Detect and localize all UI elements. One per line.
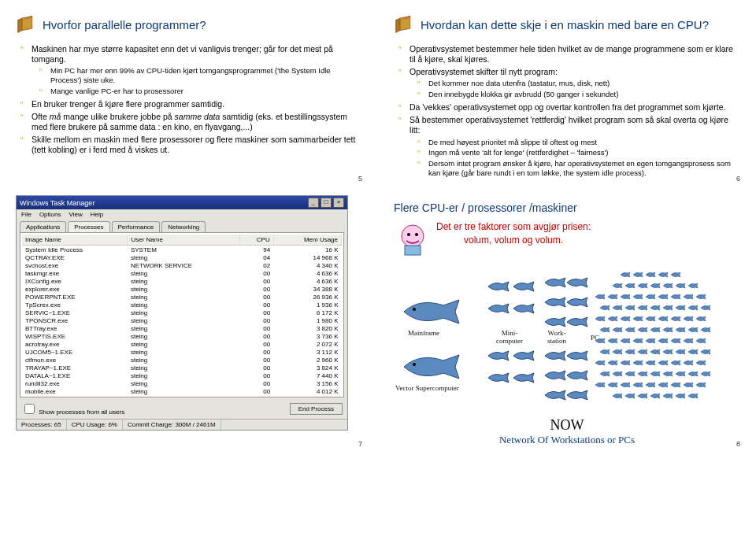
- table-row[interactable]: WISPTIS.EXEsteing003 736 K: [22, 332, 342, 340]
- fish-icon: [565, 389, 589, 403]
- fish-icon: [687, 282, 699, 290]
- table-row[interactable]: acrotray.exesteing002 072 K: [22, 340, 342, 348]
- end-process-button[interactable]: End Process: [290, 403, 343, 415]
- cube-icon: [394, 14, 414, 35]
- table-row[interactable]: taskmgr.exesteing004 636 K: [22, 269, 342, 277]
- page-number: 6: [736, 175, 740, 183]
- fish-icon: [695, 315, 706, 323]
- fish-icon: [607, 293, 618, 301]
- menu-item-help[interactable]: Help: [91, 211, 103, 218]
- fish-icon: [543, 349, 567, 364]
- table-row[interactable]: POWERPNT.EXEsteing0026 936 K: [22, 293, 342, 301]
- table-row[interactable]: svchost.exeNETWORK SERVICE024 340 K: [22, 261, 342, 269]
- column-header[interactable]: User Name: [128, 235, 239, 246]
- sub-bullet-item: Det kommer noe data utenfra (tastatur, m…: [417, 79, 740, 88]
- fish-icon: [612, 348, 623, 357]
- menu-item-file[interactable]: File: [21, 211, 32, 218]
- table-row[interactable]: mobile.exesteing004 012 K: [22, 387, 342, 395]
- fish-icon: [637, 304, 648, 312]
- table-row[interactable]: explorer.exesteing0034 388 K: [22, 285, 342, 293]
- show-all-checkbox[interactable]: Show processes from all users: [21, 401, 124, 416]
- maximize-button[interactable]: □: [321, 198, 332, 208]
- table-row[interactable]: QCTRAY.EXEsteing0414 968 K: [22, 253, 342, 261]
- fish-icon: [658, 381, 669, 390]
- process-table: Image NameUser NameCPUMem Usage System I…: [22, 235, 342, 395]
- fish-icon: [512, 280, 536, 294]
- menu-item-view[interactable]: View: [69, 211, 82, 218]
- fish-icon: [637, 392, 648, 401]
- fish-icon: [637, 370, 648, 379]
- fish-icon: [612, 304, 623, 312]
- table-row[interactable]: TPONSCR.exesteing001 980 K: [22, 316, 342, 324]
- task-manager-window: Windows Task Manager _ □ × FileOptionsVi…: [16, 195, 348, 431]
- fish-icon: [595, 293, 606, 301]
- fish-icon: [662, 282, 673, 290]
- fish-icon: [670, 359, 681, 368]
- fish-icon: [687, 370, 699, 379]
- fish-icon: [620, 381, 631, 390]
- menu-item-options[interactable]: Options: [39, 211, 61, 218]
- table-row[interactable]: ctfmon.exesteing002 960 K: [22, 356, 342, 364]
- table-row[interactable]: TRAYAP~1.EXEsteing003 824 K: [22, 364, 342, 372]
- fish-icon: [687, 304, 699, 312]
- tab-applications[interactable]: Applications: [20, 221, 66, 232]
- table-row[interactable]: rundll32.exesteing003 156 K: [22, 379, 342, 387]
- bullet-item: Operativsystemet skifter til nytt progra…: [398, 67, 740, 99]
- tab-networking[interactable]: Networking: [161, 221, 206, 232]
- fish-icon: [543, 296, 567, 310]
- fish-icon: [612, 282, 623, 290]
- sub-bullet-item: Den innebygde klokka gir avbrudd (50 gan…: [417, 90, 740, 99]
- fish-icon: [565, 349, 589, 364]
- label-mini: Mini- computer: [496, 329, 523, 345]
- table-row[interactable]: DATALA~1.EXEsteing007 440 K: [22, 372, 342, 379]
- column-header[interactable]: Mem Usage: [273, 235, 341, 246]
- label-mainframe: Mainframe: [408, 329, 439, 337]
- fish-icon: [607, 381, 618, 390]
- bullet-item: Så bestemmer operativsystemet 'rettferdi…: [398, 115, 740, 178]
- fish-icon: [632, 315, 643, 323]
- close-button[interactable]: ×: [333, 198, 344, 208]
- minimize-button[interactable]: _: [308, 198, 319, 208]
- fish-icon: [658, 293, 669, 301]
- fish-icon: [565, 316, 589, 330]
- cartoon-icon: [394, 220, 432, 260]
- table-row[interactable]: System Idle ProcessSYSTEM9416 K: [22, 246, 342, 254]
- table-row[interactable]: SERVIC~1.EXEsteing006 172 K: [22, 309, 342, 316]
- table-row[interactable]: TpScrex.exesteing001 936 K: [22, 301, 342, 309]
- column-header[interactable]: CPU: [239, 235, 273, 246]
- fish-icon: [565, 369, 589, 383]
- fish-icon: [607, 337, 618, 346]
- fish-icon: [650, 282, 661, 290]
- tab-performance[interactable]: Performance: [112, 221, 161, 232]
- tab-processes[interactable]: Processes: [68, 221, 109, 232]
- column-header[interactable]: Image Name: [22, 235, 128, 246]
- status-cpu: CPU Usage: 6%: [67, 420, 123, 430]
- fish-icon: [675, 326, 686, 335]
- fish-icon: [683, 381, 694, 390]
- fish-icon: [624, 348, 636, 357]
- fish-icon: [607, 359, 618, 368]
- window-title: Windows Task Manager: [20, 199, 94, 207]
- table-row[interactable]: UJCOM5~1.EXEsteing003 112 K: [22, 348, 342, 356]
- fish-icon: [670, 381, 681, 390]
- slide-6: Hvordan kan dette skje i en maskin med b…: [378, 0, 756, 187]
- fish-icon: [543, 276, 567, 290]
- fish-icon: [512, 372, 536, 386]
- fish-icon: [670, 271, 681, 279]
- bullet-item: Da 'vekkes' operativsystemet opp og over…: [398, 102, 740, 113]
- fish-icon: [695, 381, 706, 390]
- fish-icon: [658, 315, 669, 323]
- price-text: Det er tre faktorer som avgjør prisen: v…: [436, 220, 591, 247]
- slide-8: Flere CPU-er / prosessorer /maskiner Det…: [378, 187, 756, 453]
- fish-icon: [675, 348, 686, 357]
- fish-icon: [695, 293, 706, 301]
- slide-title: Hvordan kan dette skje i en maskin med b…: [421, 18, 709, 31]
- fish-icon: [650, 326, 661, 335]
- table-row[interactable]: BTTray.exesteing003 820 K: [22, 324, 342, 332]
- fish-icon: [645, 315, 656, 323]
- fish-icon: [637, 282, 648, 290]
- fish-icon: [632, 359, 643, 368]
- bullet-item: En bruker trenger å kjøre flere programm…: [20, 99, 362, 109]
- fish-icon: [565, 276, 589, 290]
- table-row[interactable]: IXConfig.exesteing004 636 K: [22, 277, 342, 285]
